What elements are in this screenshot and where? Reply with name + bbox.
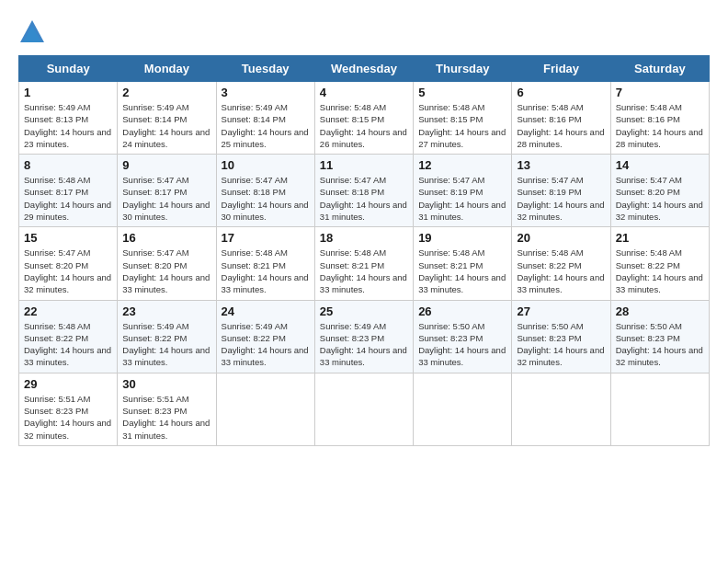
day-of-week-header: Tuesday [216,56,314,82]
day-info: Sunrise: 5:50 AMSunset: 8:23 PMDaylight:… [517,320,605,369]
day-info: Sunrise: 5:50 AMSunset: 8:23 PMDaylight:… [418,320,506,369]
day-info: Sunrise: 5:48 AMSunset: 8:21 PMDaylight:… [222,247,310,295]
day-info: Sunrise: 5:48 AMSunset: 8:21 PMDaylight:… [418,247,506,295]
day-number: 3 [222,86,310,99]
day-info: Sunrise: 5:48 AMSunset: 8:16 PMDaylight:… [517,101,605,150]
day-info: Sunrise: 5:49 AMSunset: 8:14 PMDaylight:… [222,101,310,150]
calendar-cell: 11Sunrise: 5:47 AMSunset: 8:18 PMDayligh… [314,155,413,227]
day-info: Sunrise: 5:51 AMSunset: 8:23 PMDaylight:… [122,393,210,442]
day-number: 10 [222,158,310,172]
calendar-cell: 21Sunrise: 5:48 AMSunset: 8:22 PMDayligh… [610,227,709,300]
day-info: Sunrise: 5:48 AMSunset: 8:22 PMDaylight:… [616,247,704,295]
day-number: 8 [24,158,112,172]
day-info: Sunrise: 5:50 AMSunset: 8:23 PMDaylight:… [616,320,704,369]
calendar-cell [216,373,314,445]
day-info: Sunrise: 5:47 AMSunset: 8:18 PMDaylight:… [222,174,310,223]
day-number: 13 [517,158,605,172]
day-number: 2 [122,86,210,99]
calendar-cell: 16Sunrise: 5:47 AMSunset: 8:20 PMDayligh… [118,227,216,300]
day-number: 20 [517,231,605,245]
calendar-week-row: 29Sunrise: 5:51 AMSunset: 8:23 PMDayligh… [19,373,710,445]
calendar-cell: 2Sunrise: 5:49 AMSunset: 8:14 PMDaylight… [118,82,216,155]
day-info: Sunrise: 5:47 AMSunset: 8:20 PMDaylight:… [616,174,704,223]
day-number: 30 [122,377,210,391]
day-number: 6 [517,86,605,99]
calendar-cell: 24Sunrise: 5:49 AMSunset: 8:22 PMDayligh… [216,300,314,373]
day-info: Sunrise: 5:49 AMSunset: 8:22 PMDaylight:… [122,320,210,369]
day-info: Sunrise: 5:49 AMSunset: 8:22 PMDaylight:… [222,320,310,369]
calendar-cell: 13Sunrise: 5:47 AMSunset: 8:19 PMDayligh… [512,155,610,227]
day-number: 18 [320,231,408,245]
calendar-cell: 7Sunrise: 5:48 AMSunset: 8:16 PMDaylight… [610,82,709,155]
calendar-cell [512,373,610,445]
day-info: Sunrise: 5:47 AMSunset: 8:20 PMDaylight:… [24,247,112,295]
day-number: 16 [122,231,210,245]
calendar-cell: 8Sunrise: 5:48 AMSunset: 8:17 PMDaylight… [19,155,118,227]
calendar-cell: 27Sunrise: 5:50 AMSunset: 8:23 PMDayligh… [512,300,610,373]
day-number: 12 [418,158,506,172]
day-number: 23 [122,304,210,318]
day-of-week-header: Saturday [610,56,709,82]
day-info: Sunrise: 5:47 AMSunset: 8:19 PMDaylight:… [517,174,605,223]
calendar-cell: 5Sunrise: 5:48 AMSunset: 8:15 PMDaylight… [414,82,512,155]
day-of-week-header: Wednesday [314,56,413,82]
calendar-cell: 15Sunrise: 5:47 AMSunset: 8:20 PMDayligh… [19,227,118,300]
day-number: 29 [24,377,112,391]
day-number: 24 [222,304,310,318]
calendar-cell: 3Sunrise: 5:49 AMSunset: 8:14 PMDaylight… [216,82,314,155]
day-number: 1 [24,86,112,99]
calendar-table: SundayMondayTuesdayWednesdayThursdayFrid… [18,55,710,446]
logo-icon [18,18,46,46]
day-number: 9 [122,158,210,172]
day-info: Sunrise: 5:48 AMSunset: 8:15 PMDaylight:… [418,101,506,150]
day-info: Sunrise: 5:48 AMSunset: 8:22 PMDaylight:… [517,247,605,295]
calendar-cell: 25Sunrise: 5:49 AMSunset: 8:23 PMDayligh… [314,300,413,373]
calendar-cell: 28Sunrise: 5:50 AMSunset: 8:23 PMDayligh… [610,300,709,373]
day-info: Sunrise: 5:49 AMSunset: 8:13 PMDaylight:… [24,101,112,150]
day-info: Sunrise: 5:47 AMSunset: 8:20 PMDaylight:… [122,247,210,295]
day-number: 28 [616,304,704,318]
day-number: 5 [418,86,506,99]
calendar-cell: 20Sunrise: 5:48 AMSunset: 8:22 PMDayligh… [512,227,610,300]
calendar-week-row: 22Sunrise: 5:48 AMSunset: 8:22 PMDayligh… [19,300,710,373]
calendar-week-row: 1Sunrise: 5:49 AMSunset: 8:13 PMDaylight… [19,82,710,155]
day-info: Sunrise: 5:47 AMSunset: 8:19 PMDaylight:… [418,174,506,223]
calendar-header-row: SundayMondayTuesdayWednesdayThursdayFrid… [19,56,710,82]
calendar-cell: 30Sunrise: 5:51 AMSunset: 8:23 PMDayligh… [118,373,216,445]
day-number: 27 [517,304,605,318]
logo [18,18,51,46]
calendar-cell [314,373,413,445]
day-number: 25 [320,304,408,318]
day-number: 17 [222,231,310,245]
day-number: 21 [616,231,704,245]
calendar-cell: 19Sunrise: 5:48 AMSunset: 8:21 PMDayligh… [414,227,512,300]
day-number: 26 [418,304,506,318]
calendar-cell: 6Sunrise: 5:48 AMSunset: 8:16 PMDaylight… [512,82,610,155]
calendar-cell: 23Sunrise: 5:49 AMSunset: 8:22 PMDayligh… [118,300,216,373]
day-info: Sunrise: 5:48 AMSunset: 8:15 PMDaylight:… [320,101,408,150]
calendar-cell: 17Sunrise: 5:48 AMSunset: 8:21 PMDayligh… [216,227,314,300]
calendar-cell: 29Sunrise: 5:51 AMSunset: 8:23 PMDayligh… [19,373,118,445]
day-number: 14 [616,158,704,172]
day-info: Sunrise: 5:47 AMSunset: 8:18 PMDaylight:… [320,174,408,223]
day-of-week-header: Monday [118,56,216,82]
day-info: Sunrise: 5:49 AMSunset: 8:14 PMDaylight:… [122,101,210,150]
calendar-cell: 26Sunrise: 5:50 AMSunset: 8:23 PMDayligh… [414,300,512,373]
calendar-cell: 22Sunrise: 5:48 AMSunset: 8:22 PMDayligh… [19,300,118,373]
calendar-cell: 1Sunrise: 5:49 AMSunset: 8:13 PMDaylight… [19,82,118,155]
day-number: 7 [616,86,704,99]
day-number: 11 [320,158,408,172]
day-number: 19 [418,231,506,245]
day-of-week-header: Friday [512,56,610,82]
day-info: Sunrise: 5:48 AMSunset: 8:17 PMDaylight:… [24,174,112,223]
calendar-cell: 18Sunrise: 5:48 AMSunset: 8:21 PMDayligh… [314,227,413,300]
calendar-cell: 9Sunrise: 5:47 AMSunset: 8:17 PMDaylight… [118,155,216,227]
calendar-body: 1Sunrise: 5:49 AMSunset: 8:13 PMDaylight… [19,82,710,446]
calendar-cell: 10Sunrise: 5:47 AMSunset: 8:18 PMDayligh… [216,155,314,227]
day-number: 15 [24,231,112,245]
calendar-cell [414,373,512,445]
day-of-week-header: Thursday [414,56,512,82]
day-info: Sunrise: 5:51 AMSunset: 8:23 PMDaylight:… [24,393,112,442]
calendar-week-row: 15Sunrise: 5:47 AMSunset: 8:20 PMDayligh… [19,227,710,300]
calendar-week-row: 8Sunrise: 5:48 AMSunset: 8:17 PMDaylight… [19,155,710,227]
